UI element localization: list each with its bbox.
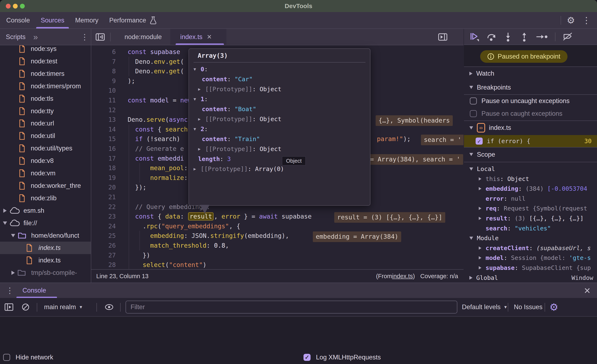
step-into-icon[interactable] <box>503 32 513 42</box>
tab-sources[interactable]: Sources <box>41 12 64 29</box>
scope-variable-model[interactable]: model: Session {model: 'gte-s <box>464 253 597 263</box>
checkbox[interactable] <box>470 110 477 117</box>
collapsed-triangle-icon[interactable]: ▶ <box>198 87 205 92</box>
close-drawer-icon[interactable]: × <box>584 284 590 297</box>
scope-variable-req[interactable]: req: Request {Symbol(request <box>464 203 597 213</box>
pause-option-1[interactable]: Pause on caught exceptions <box>464 107 597 120</box>
code-line-28[interactable]: 28 select("content") <box>91 260 463 270</box>
popup-property-row[interactable]: content: "Train" <box>189 134 370 144</box>
tree-item-node-tty[interactable]: node:tty <box>0 105 91 117</box>
tree-item-node-url[interactable]: node:url <box>0 117 91 130</box>
expanded-triangle-icon[interactable] <box>469 167 473 170</box>
deactivate-breakpoints-icon[interactable] <box>563 32 573 42</box>
console-setting-log-xmlhttprequests[interactable]: Log XMLHttpRequests <box>304 354 381 361</box>
line-number[interactable]: 18 <box>91 163 116 173</box>
settings-gear-icon[interactable]: ⚙ <box>567 15 575 26</box>
scope-variable-supabase[interactable]: supabase: SupabaseClient {sup <box>464 263 597 273</box>
tab-memory[interactable]: Memory <box>75 12 98 29</box>
line-number[interactable]: 8 <box>91 66 116 76</box>
tree-item-node-timers-prom[interactable]: node:timers/prom <box>0 80 91 93</box>
breakpoint-file-group[interactable]: ‹› index.ts <box>464 121 597 135</box>
tree-item-file-[interactable]: file:// <box>0 217 91 229</box>
scope-section-header[interactable]: Scope <box>464 147 597 162</box>
line-number[interactable]: 10 <box>91 85 116 95</box>
line-number[interactable]: 23 <box>91 211 116 221</box>
editor-tab-node-module[interactable]: node:module <box>115 29 171 45</box>
tree-item-node-tls[interactable]: node:tls <box>0 93 91 105</box>
line-number[interactable]: 17 <box>91 154 116 163</box>
step-over-icon[interactable] <box>487 32 496 42</box>
tree-item-index.ts[interactable]: index.ts <box>0 254 91 267</box>
tree-item-esm.sh[interactable]: esm.sh <box>0 204 91 217</box>
collapsed-triangle-icon[interactable] <box>479 207 481 210</box>
context-selector[interactable]: main realm ▼ <box>44 298 83 316</box>
clear-console-icon[interactable] <box>21 298 30 316</box>
collapsed-triangle-icon[interactable]: ▶ <box>198 147 205 151</box>
popup-property-row[interactable]: ▶[[Prototype]]: Array(0) <box>189 164 370 174</box>
expanded-triangle-icon[interactable] <box>11 234 15 237</box>
tree-item-node-util[interactable]: node:util <box>0 130 91 142</box>
scope-variable-createClient[interactable]: createClient: (supabaseUrl, s <box>464 243 597 253</box>
popup-property-row[interactable]: ▼0: <box>189 64 370 74</box>
tab-performance[interactable]: Performance <box>109 12 157 29</box>
collapsed-triangle-icon[interactable] <box>479 217 481 220</box>
console-setting-hide-network[interactable]: Hide network <box>3 354 53 361</box>
expanded-triangle-icon[interactable] <box>469 237 473 240</box>
resume-button-icon[interactable] <box>469 31 479 42</box>
scope-variable-this[interactable]: this: Object <box>464 174 597 184</box>
popup-property-row[interactable]: length: 3 <box>189 154 370 164</box>
more-tabs-chevron-icon[interactable]: » <box>33 32 38 42</box>
checkbox[interactable] <box>470 97 477 105</box>
console-tab[interactable]: Console <box>23 283 46 298</box>
breakpoint-checkbox[interactable] <box>476 138 483 145</box>
scope-variable-error[interactable]: error: null <box>464 194 597 204</box>
checkbox[interactable] <box>304 354 311 361</box>
collapsed-triangle-icon[interactable] <box>479 177 481 180</box>
scope-variable-embedding[interactable]: embedding: (384) [-0.0053704 <box>464 184 597 194</box>
line-number[interactable]: 19 <box>91 173 116 183</box>
line-number[interactable]: 28 <box>91 260 116 270</box>
close-tab-icon[interactable]: × <box>207 32 212 41</box>
collapsed-triangle-icon[interactable] <box>479 256 481 259</box>
code-line-26[interactable]: 26 match_threshold: 0.8, <box>91 240 463 250</box>
tree-item-node-test[interactable]: node:test <box>0 55 91 68</box>
line-number[interactable]: 12 <box>91 105 116 115</box>
line-number[interactable]: 6 <box>91 47 116 57</box>
line-number[interactable]: 25 <box>91 231 116 240</box>
step-icon[interactable] <box>536 32 548 42</box>
line-number[interactable]: 14 <box>91 124 116 134</box>
filter-input[interactable] <box>126 301 457 314</box>
collapsed-triangle-icon[interactable] <box>479 246 481 249</box>
line-number[interactable]: 20 <box>91 182 116 192</box>
scope-group-module[interactable]: Module <box>464 233 597 243</box>
popup-property-row[interactable]: content: "Car" <box>189 74 370 84</box>
watch-section-header[interactable]: Watch <box>464 67 597 80</box>
line-number[interactable]: 21 <box>91 192 116 202</box>
tree-item-tmp-sb-compile-[interactable]: tmp/sb-compile- <box>0 267 91 279</box>
tree-item-node-timers[interactable]: node:timers <box>0 68 91 80</box>
console-settings-gear-icon[interactable]: ⚙ <box>550 298 558 316</box>
collapsed-triangle-icon[interactable] <box>11 271 15 275</box>
popup-property-row[interactable]: ▶[[Prototype]]: Object <box>189 114 370 124</box>
tree-item-home-deno-funct[interactable]: home/deno/funct <box>0 229 91 242</box>
breakpoints-section-header[interactable]: Breakpoints <box>464 80 597 94</box>
line-number[interactable]: 27 <box>91 250 116 260</box>
scope-variable-search[interactable]: search: "vehicles" <box>464 223 597 233</box>
toggle-right-panel-icon[interactable] <box>438 32 448 42</box>
tree-item-node-sys[interactable]: node:sys <box>0 45 91 55</box>
tree-item-index.ts[interactable]: index.ts <box>0 242 91 254</box>
breakpoint-entry[interactable]: if (error) { 30 <box>464 135 597 147</box>
collapsed-triangle-icon[interactable] <box>479 266 481 269</box>
expanded-triangle-icon[interactable]: ▼ <box>194 67 201 72</box>
collapsed-triangle-icon[interactable]: ▶ <box>194 166 201 171</box>
expanded-triangle-icon[interactable] <box>3 221 7 225</box>
expanded-triangle-icon[interactable]: ▼ <box>194 97 201 102</box>
step-out-icon[interactable] <box>520 32 529 42</box>
line-number[interactable]: 22 <box>91 202 116 212</box>
tree-item-node-worker-thre[interactable]: node:worker_thre <box>0 179 91 192</box>
tree-item-node-v8[interactable]: node:v8 <box>0 155 91 167</box>
line-number[interactable]: 7 <box>91 57 116 67</box>
popup-property-row[interactable]: ▼1: <box>189 94 370 104</box>
line-number[interactable]: 13 <box>91 115 116 124</box>
code-line-23[interactable]: 23 const { data: result, error } = await… <box>91 211 463 221</box>
